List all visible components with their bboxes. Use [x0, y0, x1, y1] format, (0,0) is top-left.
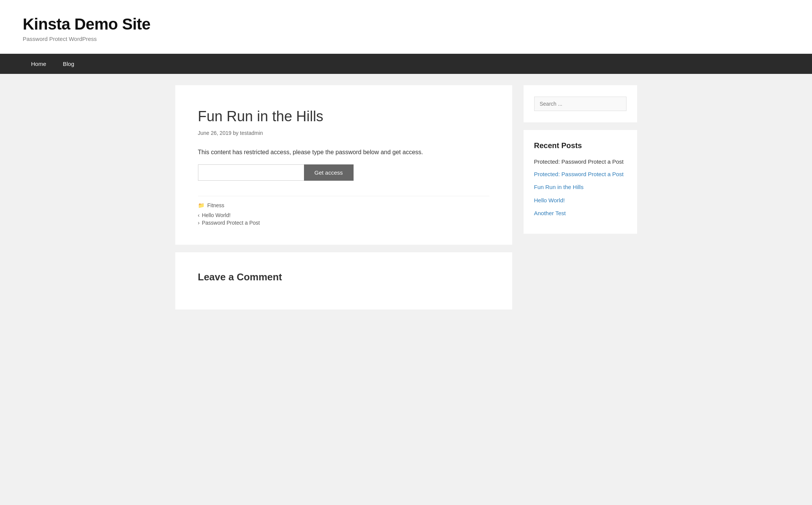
post-categories: 📁 Fitness — [198, 202, 489, 208]
sidebar: Recent Posts Protected: Password Protect… — [524, 85, 637, 310]
list-item: Another Test — [534, 209, 627, 217]
recent-post-link[interactable]: Fun Run in the Hills — [534, 184, 584, 190]
recent-post-link[interactable]: Protected: Password Protect a Post — [534, 171, 624, 177]
access-form: Get access — [198, 164, 489, 181]
recent-posts-title: Recent Posts — [534, 141, 627, 150]
next-post-label: Password Protect a Post — [202, 220, 260, 226]
site-title: Kinsta Demo Site — [23, 15, 789, 33]
restricted-message: This content has restricted access, plea… — [198, 147, 489, 157]
post-footer: 📁 Fitness ‹ Hello World! › Password Prot… — [198, 196, 489, 226]
recent-post-link[interactable]: Another Test — [534, 210, 566, 216]
search-widget — [524, 85, 637, 122]
post-title: Fun Run in the Hills — [198, 108, 489, 125]
folder-icon: 📁 — [198, 202, 204, 208]
category-link[interactable]: Fitness — [207, 202, 224, 208]
prev-post-link[interactable]: ‹ Hello World! — [198, 212, 489, 218]
post-author[interactable]: testadmin — [240, 130, 263, 136]
nav-item-home[interactable]: Home — [23, 54, 55, 74]
list-item: Protected: Password Protect a Post — [534, 170, 627, 178]
comment-section-title: Leave a Comment — [198, 271, 489, 283]
comment-card: Leave a Comment — [175, 252, 512, 310]
prev-arrow: ‹ — [198, 212, 200, 218]
next-arrow: › — [198, 220, 200, 226]
main-content: Fun Run in the Hills June 26, 2019 by te… — [175, 85, 512, 310]
recent-posts-list: Protected: Password Protect a Post Prote… — [534, 158, 627, 218]
post-by: by — [233, 130, 240, 136]
article-card: Fun Run in the Hills June 26, 2019 by te… — [175, 85, 512, 245]
prev-post-label: Hello World! — [202, 212, 231, 218]
list-item: Hello World! — [534, 196, 627, 205]
post-navigation: ‹ Hello World! › Password Protect a Post — [198, 212, 489, 226]
post-date: June 26, 2019 — [198, 130, 232, 136]
recent-post-label: Protected: Password Protect a Post — [534, 158, 624, 165]
get-access-button[interactable]: Get access — [304, 164, 354, 181]
post-meta: June 26, 2019 by testadmin — [198, 130, 489, 136]
site-nav: Home Blog — [0, 54, 812, 74]
site-description: Password Protect WordPress — [23, 36, 789, 42]
password-input[interactable] — [198, 164, 304, 181]
list-item: Protected: Password Protect a Post — [534, 158, 627, 166]
site-header: Kinsta Demo Site Password Protect WordPr… — [0, 0, 812, 54]
nav-item-blog[interactable]: Blog — [55, 54, 83, 74]
site-content: Fun Run in the Hills June 26, 2019 by te… — [160, 85, 652, 310]
next-post-link[interactable]: › Password Protect a Post — [198, 220, 489, 226]
list-item: Fun Run in the Hills — [534, 183, 627, 191]
recent-posts-widget: Recent Posts Protected: Password Protect… — [524, 130, 637, 234]
recent-post-link[interactable]: Hello World! — [534, 197, 565, 203]
search-input[interactable] — [534, 97, 627, 111]
